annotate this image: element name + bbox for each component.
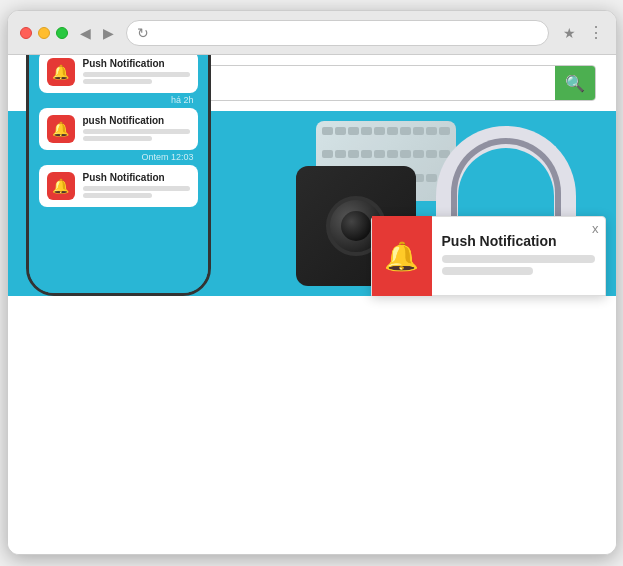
url-input[interactable] (155, 26, 538, 40)
phone-notif-time-3: Ontem 12:03 (39, 152, 198, 162)
phone-notif-text-3: Push Notification (83, 172, 190, 200)
star-icon[interactable]: ★ (563, 25, 576, 41)
notification-line-1 (442, 255, 595, 263)
search-icon: 🔍 (565, 74, 585, 93)
phone-screen: 13:50 há 1h 🔔 Push Notification (29, 55, 208, 293)
phone-notif-line-1b (83, 79, 153, 84)
phone-notif-bell-icon-2: 🔔 (47, 115, 75, 143)
browser-content: 🔍 (8, 55, 616, 554)
notification-icon-box: 🔔 (372, 216, 432, 296)
phone-notif-card-3[interactable]: 🔔 Push Notification (39, 165, 198, 207)
notification-bell-icon: 🔔 (384, 240, 419, 273)
phone-notif-bell-icon-3: 🔔 (47, 172, 75, 200)
phone-notifications: há 1h 🔔 Push Notification (29, 55, 208, 209)
forward-button[interactable]: ▶ (99, 23, 118, 43)
phone-notif-group-1: há 1h 🔔 Push Notification (39, 55, 198, 93)
nav-buttons: ◀ ▶ (76, 23, 118, 43)
close-button[interactable] (20, 27, 32, 39)
notification-popup: 🔔 Push Notification x (371, 216, 606, 296)
phone-notif-line-3a (83, 186, 190, 191)
phone-notif-bell-icon-1: 🔔 (47, 58, 75, 86)
phone-body: 13:50 há 1h 🔔 Push Notification (26, 55, 211, 296)
phone-container: 13:50 há 1h 🔔 Push Notification (26, 55, 211, 296)
phone-notif-time-2: há 2h (39, 95, 198, 105)
phone-notif-line-2a (83, 129, 190, 134)
phone-notif-card-1[interactable]: 🔔 Push Notification (39, 55, 198, 93)
camera-lens-inner (341, 211, 371, 241)
notification-content: Push Notification (432, 225, 605, 287)
back-button[interactable]: ◀ (76, 23, 95, 43)
search-button[interactable]: 🔍 (555, 66, 595, 100)
notification-line-2 (442, 267, 534, 275)
address-bar[interactable]: ↻ (126, 20, 549, 46)
phone-notif-text-2: push Notification (83, 115, 190, 143)
traffic-lights (20, 27, 68, 39)
browser-titlebar: ◀ ▶ ↻ ★ ⋮ (8, 11, 616, 55)
phone-notif-title-2: push Notification (83, 115, 190, 126)
phone-notif-group-2: há 2h 🔔 push Notification (39, 95, 198, 150)
reload-icon: ↻ (137, 25, 149, 41)
phone-notif-title-1: Push Notification (83, 58, 190, 69)
minimize-button[interactable] (38, 27, 50, 39)
phone-notif-line-3b (83, 193, 153, 198)
more-icon[interactable]: ⋮ (588, 23, 604, 42)
phone-notif-group-3: Ontem 12:03 🔔 Push Notification (39, 152, 198, 207)
phone-notif-card-2[interactable]: 🔔 push Notification (39, 108, 198, 150)
notification-title: Push Notification (442, 233, 595, 249)
browser-window: ◀ ▶ ↻ ★ ⋮ 🔍 (7, 10, 617, 555)
notification-close-button[interactable]: x (592, 221, 599, 236)
phone-notif-line-2b (83, 136, 153, 141)
phone-notif-line-1a (83, 72, 190, 77)
maximize-button[interactable] (56, 27, 68, 39)
banner-area: Ver mais 13:50 há 1h 🔔 (8, 111, 616, 296)
phone-notif-text-1: Push Notification (83, 58, 190, 86)
phone-notif-title-3: Push Notification (83, 172, 190, 183)
